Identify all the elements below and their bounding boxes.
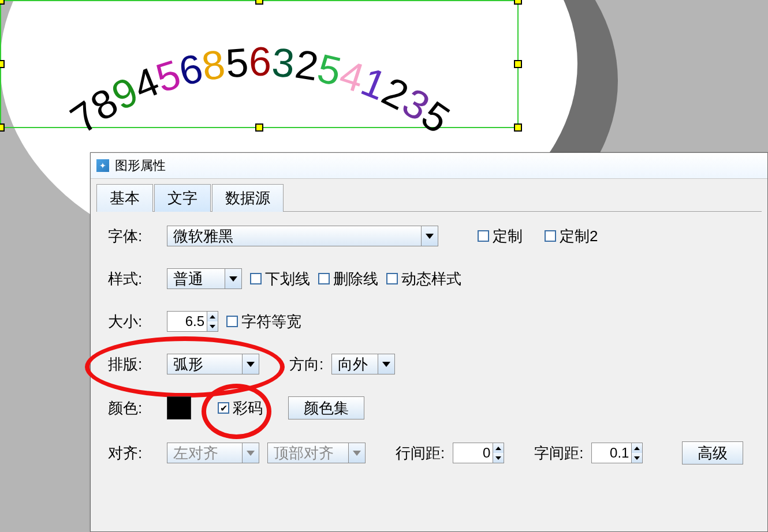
advanced-button[interactable]: 高级 [682, 441, 743, 464]
style-combo[interactable]: 普通 [167, 268, 242, 289]
resize-handle[interactable] [255, 123, 263, 132]
spin-down-icon[interactable] [632, 453, 642, 463]
resize-handle[interactable] [0, 0, 5, 5]
direction-combo[interactable]: 向外 [331, 354, 395, 374]
color-label: 颜色: [108, 398, 159, 418]
resize-handle[interactable] [0, 60, 5, 68]
align-label: 对齐: [108, 443, 159, 463]
chevron-down-icon[interactable] [348, 443, 365, 463]
row-style: 样式: 普通 下划线 删除线 动态样式 [108, 268, 750, 289]
color-swatch[interactable] [167, 396, 191, 419]
checkbox-custom[interactable]: 定制 [478, 226, 523, 246]
selection-box[interactable]: 78945685632541235 [0, 0, 519, 128]
colorset-button[interactable]: 颜色集 [288, 396, 364, 419]
layout-label: 排版: [108, 354, 159, 374]
checkbox-rainbow[interactable]: ✔彩码 [218, 398, 263, 418]
linespacing-input[interactable] [453, 443, 493, 463]
spin-up-icon[interactable] [493, 443, 504, 453]
direction-label: 方向: [289, 354, 323, 374]
arc-char: 8 [199, 41, 229, 90]
text-panel: 字体: 微软雅黑 定制 定制2 样式: 普通 下划 [91, 212, 767, 478]
spin-down-icon[interactable] [493, 453, 504, 463]
resize-handle[interactable] [514, 0, 522, 5]
arc-char: 5 [150, 51, 185, 102]
arc-char: 6 [174, 44, 207, 95]
arc-char: 5 [224, 39, 250, 87]
tab-text[interactable]: 文字 [154, 184, 211, 212]
arc-char: 4 [127, 58, 165, 110]
row-size: 大小: 字符等宽 [108, 311, 750, 332]
halign-combo[interactable]: 左对齐 [167, 443, 259, 463]
arc-char: 9 [105, 68, 145, 119]
checkbox-underline[interactable]: 下划线 [250, 269, 310, 289]
size-input[interactable] [167, 312, 207, 331]
charspacing-input[interactable] [592, 443, 631, 463]
checkbox-custom2[interactable]: 定制2 [545, 226, 598, 246]
font-label: 字体: [108, 226, 159, 246]
resize-handle[interactable] [514, 123, 522, 132]
chevron-down-icon[interactable] [421, 226, 438, 246]
spin-down-icon[interactable] [207, 321, 218, 331]
arc-char: 6 [249, 39, 271, 85]
row-layout: 排版: 弧形 方向: 向外 [108, 354, 750, 374]
arc-char: 5 [314, 44, 346, 95]
titlebar[interactable]: ✦ 图形属性 [91, 153, 767, 179]
row-font: 字体: 微软雅黑 定制 定制2 [108, 226, 750, 246]
size-label: 大小: [108, 312, 159, 332]
chevron-down-icon[interactable] [378, 354, 394, 374]
row-align: 对齐: 左对齐 顶部对齐 行间距: 字间距: [108, 441, 750, 464]
layout-combo[interactable]: 弧形 [167, 354, 259, 374]
arc-char: 4 [334, 51, 370, 102]
resize-handle[interactable] [514, 60, 522, 68]
checkbox-dynamic[interactable]: 动态样式 [386, 269, 461, 289]
properties-dialog: ✦ 图形属性 基本 文字 数据源 字体: 微软雅黑 定制 定制2 [90, 152, 768, 532]
spin-up-icon[interactable] [207, 312, 218, 321]
arc-char: 2 [292, 41, 322, 90]
arc-char: 1 [355, 58, 393, 110]
linespacing-spinner[interactable] [453, 443, 504, 463]
app-icon: ✦ [96, 159, 109, 172]
arc-char: 3 [394, 79, 437, 130]
chevron-down-icon[interactable] [242, 354, 259, 374]
linespacing-label: 行间距: [396, 443, 445, 463]
checkbox-mono[interactable]: 字符等宽 [226, 312, 301, 332]
tab-basic[interactable]: 基本 [96, 184, 153, 212]
row-color: 颜色: ✔彩码 颜色集 [108, 396, 750, 419]
tab-datasource[interactable]: 数据源 [212, 184, 284, 212]
arc-char: 8 [83, 79, 125, 130]
arc-char: 2 [375, 68, 416, 119]
resize-handle[interactable] [0, 123, 5, 132]
resize-handle[interactable] [255, 0, 263, 5]
chevron-down-icon[interactable] [242, 443, 259, 463]
tabstrip: 基本 文字 数据源 [91, 179, 767, 211]
arc-text[interactable]: 78945685632541235 [1, 1, 520, 129]
arc-char: 3 [270, 39, 296, 87]
style-label: 样式: [108, 269, 159, 289]
spin-up-icon[interactable] [632, 443, 642, 453]
charspacing-spinner[interactable] [591, 443, 643, 463]
charspacing-label: 字间距: [534, 443, 583, 463]
size-spinner[interactable] [167, 311, 218, 332]
chevron-down-icon[interactable] [225, 269, 241, 289]
checkbox-strike[interactable]: 删除线 [318, 269, 378, 289]
dialog-title: 图形属性 [115, 157, 166, 174]
font-combo[interactable]: 微软雅黑 [167, 226, 438, 246]
valign-combo[interactable]: 顶部对齐 [267, 443, 366, 463]
